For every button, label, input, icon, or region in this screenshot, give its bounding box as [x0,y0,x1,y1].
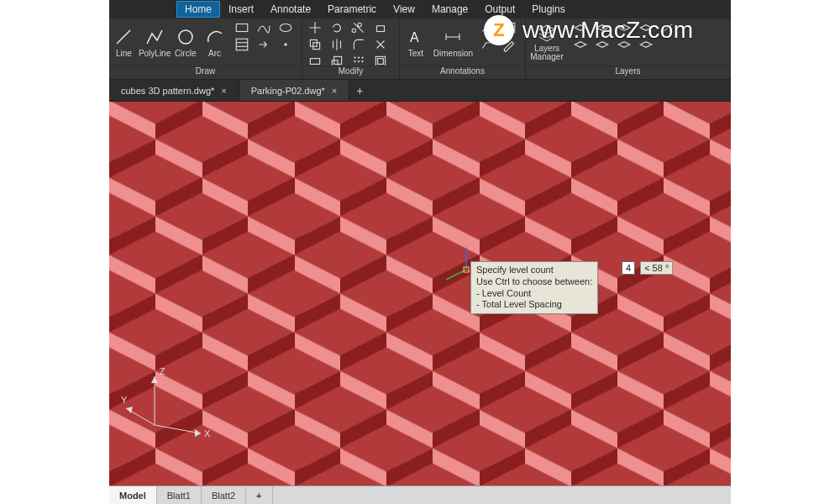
svg-point-1 [179,30,192,44]
file-tab-label: Parking-P02.dwg* [251,86,325,96]
point-icon[interactable] [278,37,293,52]
polyline-tool[interactable]: PolyLine [139,18,171,66]
panel-caption: Draw [109,66,302,79]
command-tooltip: Specify level count Use Ctrl to choose b… [470,261,598,314]
tool-label: Circle [175,49,197,58]
dimension-icon [443,27,463,47]
menu-view[interactable]: View [385,1,423,18]
rectangle-icon[interactable] [234,20,249,35]
svg-text:A: A [410,30,419,45]
svg-rect-8 [377,26,385,32]
polyline-icon [144,27,165,47]
tool-label: PolyLine [139,49,171,58]
tooltip-option: - Total Level Spacing [476,299,592,311]
svg-marker-40 [126,407,133,413]
svg-point-16 [361,56,363,58]
line-tool[interactable]: Line [109,18,139,66]
trim-icon[interactable] [351,20,366,35]
svg-rect-2 [236,24,248,32]
drawing-canvas[interactable]: Specify level count Use Ctrl to choose b… [109,102,731,486]
arc-tool[interactable]: Arc [200,18,229,66]
close-icon[interactable]: × [332,86,337,96]
tool-label: Dimension [433,49,473,58]
watermark: Z www.MacZ.com [484,15,694,45]
hatch-icon[interactable] [234,37,249,52]
svg-marker-38 [195,429,201,437]
tooltip-option: - Level Count [476,288,592,300]
arc-icon [205,27,225,47]
file-tab-label: cubes 3D pattern.dwg* [121,86,214,96]
tool-label: Text [408,49,423,58]
svg-point-17 [354,60,355,62]
svg-point-18 [358,60,360,62]
axis-z-label: Z [160,366,165,376]
menu-insert[interactable]: Insert [220,1,262,18]
file-tab-strip: cubes 3D pattern.dwg* × Parking-P02.dwg*… [109,80,731,102]
angle-readout: < 58 ° [640,261,673,275]
dynamic-input: 4 < 58 ° [622,261,673,275]
svg-point-15 [358,56,360,58]
svg-point-3 [280,24,291,32]
menu-parametric[interactable]: Parametric [319,1,385,18]
svg-rect-4 [236,39,248,50]
watermark-text: www.MacZ.com [522,17,694,44]
menu-annotate[interactable]: Annotate [262,1,319,18]
layout-tab[interactable]: Blatt2 [202,486,246,504]
close-icon[interactable]: × [221,86,226,96]
svg-point-19 [361,60,363,62]
svg-line-37 [155,425,201,433]
move-icon[interactable] [307,20,323,35]
layout-tab-model[interactable]: Model [109,486,157,504]
mirror-icon[interactable] [329,37,344,52]
ucs-axis: X Y Z [121,366,213,452]
app-window: Home Insert Annotate Parametric View Man… [109,0,731,504]
panel-caption: Layers [526,66,730,79]
circle-tool[interactable]: Circle [171,18,200,66]
ribbon-panel-modify: Modify [302,18,400,79]
circle-icon [176,27,196,47]
menu-home[interactable]: Home [176,1,220,18]
ribbon-panel-draw: Line PolyLine Circle Arc [109,18,302,79]
menu-manage[interactable]: Manage [423,1,476,18]
svg-line-34 [446,270,466,280]
draw-mini-tools [229,18,302,66]
ellipse-icon[interactable] [278,20,293,35]
tool-label: Arc [208,49,221,58]
add-layout-button[interactable]: + [246,486,272,504]
arrow-icon[interactable] [256,37,271,52]
fillet-icon[interactable] [351,37,366,52]
copy-icon[interactable] [307,37,323,52]
tool-label: Layers Manager [526,45,568,61]
erase-icon[interactable] [373,20,388,35]
layout-tab[interactable]: Blatt1 [157,486,202,504]
tool-label: Line [116,49,132,58]
svg-line-0 [117,30,130,44]
modify-mini-tools [302,18,396,66]
explode-icon[interactable] [373,37,388,52]
axis-y-label: Y [121,395,128,405]
rotate-icon[interactable] [329,20,344,35]
layout-tab-strip: Model Blatt1 Blatt2 + [109,486,731,504]
file-tab[interactable]: Parking-P02.dwg* × [239,80,350,101]
svg-point-14 [354,56,355,58]
level-count-input[interactable]: 4 [622,261,635,275]
panel-caption: Annotations [400,66,525,79]
tooltip-line: Use Ctrl to choose between: [476,276,592,288]
tooltip-title: Specify level count [476,265,592,276]
dimension-tool[interactable]: Dimension [432,18,475,66]
watermark-badge: Z [484,15,514,45]
svg-rect-21 [378,59,384,65]
text-icon: A [406,27,426,47]
panel-caption: Modify [302,66,399,79]
svg-point-7 [284,43,286,45]
line-icon [113,27,134,47]
add-tab-button[interactable]: + [349,80,370,101]
axis-x-label: X [204,428,211,438]
spline-icon[interactable] [256,20,271,35]
text-tool[interactable]: A Text [400,18,432,66]
svg-rect-11 [310,59,319,65]
svg-marker-42 [151,376,158,383]
file-tab[interactable]: cubes 3D pattern.dwg* × [109,80,239,101]
